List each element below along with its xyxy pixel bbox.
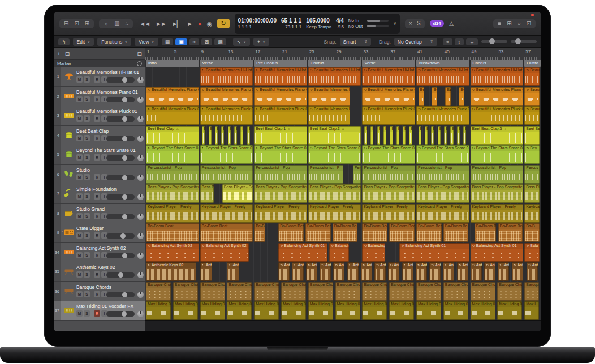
record-enable-button[interactable]: R	[94, 96, 100, 102]
region[interactable]: Bass Player - Pop So	[222, 184, 253, 203]
region[interactable]: B	[419, 126, 421, 145]
waveform-zoom-button[interactable]: ≈	[443, 38, 452, 45]
pan-knob[interactable]	[137, 77, 144, 83]
cycle-button[interactable]: ↻	[217, 19, 229, 28]
track-header-36[interactable]: 36Baroque ChordsMSRI	[54, 282, 145, 302]
region[interactable]: ↻Anthe	[347, 262, 359, 281]
region[interactable]: ↻Anth	[527, 262, 538, 281]
region[interactable]: ↻Anthe	[402, 262, 413, 281]
region[interactable]: ↻Balancing Act	[362, 243, 385, 262]
volume-slider[interactable]	[106, 253, 135, 258]
region[interactable]: Bass Player - Pop Songwriter	[146, 184, 199, 203]
region[interactable]: Max Hiding 01 V	[362, 301, 387, 320]
mute-button[interactable]: M	[76, 213, 83, 219]
region[interactable]: ↻Beautiful Memories Piano 02.2	[362, 87, 415, 106]
region[interactable]: Percussionist - Pop	[471, 165, 524, 184]
solo-button[interactable]: S	[84, 154, 90, 161]
rewind-button[interactable]: ◄◄	[139, 21, 149, 27]
region[interactable]: ↻Anthe	[429, 262, 441, 281]
region[interactable]: Bass Player - Pop Songwriter	[254, 184, 307, 203]
region[interactable]: ↻Beautiful Memories Hi-Hat 03.1	[200, 67, 253, 86]
region[interactable]: Be	[419, 87, 424, 106]
region[interactable]: Beet Beat Clap⌂	[146, 126, 199, 145]
region[interactable]: Bass Player - Pop Songwriter	[308, 184, 361, 203]
solo-button[interactable]: S	[84, 96, 90, 102]
volume-slider[interactable]	[106, 136, 135, 141]
region[interactable]: Bass P	[200, 184, 214, 203]
region[interactable]: Keyboard Player - Freely	[146, 204, 199, 223]
record-enable-button[interactable]: R	[94, 213, 100, 219]
volume-slider[interactable]	[106, 77, 135, 83]
region[interactable]: Baroque Chords	[443, 282, 468, 301]
region[interactable]: Baroque Chords	[416, 282, 441, 301]
pan-knob[interactable]	[137, 155, 144, 161]
mute-button[interactable]: M	[76, 271, 83, 278]
region[interactable]: Bass Player - Pop Songwriter	[416, 184, 469, 203]
mute-button[interactable]: M	[76, 252, 83, 258]
region[interactable]: Baroque Chords	[308, 282, 333, 301]
track-header-config-button[interactable]: ⊟	[137, 51, 142, 57]
region[interactable]: ↻Beautiful Memories Piano 01.1	[200, 87, 253, 106]
region[interactable]: B	[247, 126, 250, 145]
region[interactable]: Keyboa	[524, 204, 540, 223]
region[interactable]: Percus	[353, 165, 361, 184]
region[interactable]: ↻Beyond The Stars Snare 02.2	[362, 145, 415, 164]
region[interactable]: Baroque Chords	[471, 282, 495, 301]
back-arrow-icon[interactable]: ↰	[58, 38, 70, 45]
record-enable-button[interactable]: R	[94, 154, 100, 161]
forward-button[interactable]: ►►	[156, 21, 166, 27]
region[interactable]: Baroque Chords	[281, 282, 306, 301]
region[interactable]: ↻Anthe	[227, 262, 239, 281]
volume-slider[interactable]	[106, 97, 135, 102]
region[interactable]: Percussionist - Pop	[416, 165, 469, 184]
volume-slider[interactable]	[106, 116, 135, 122]
region[interactable]: Bass Pl	[524, 184, 540, 203]
region[interactable]: Bass Player - Pop Songwriter	[362, 184, 415, 203]
region[interactable]: Ba-Boom Beat	[146, 223, 199, 242]
region[interactable]: B	[409, 126, 412, 145]
solo-button[interactable]: S	[84, 115, 90, 122]
record-enable-button[interactable]: R	[94, 193, 100, 200]
region[interactable]: ↻Anthe	[361, 262, 372, 281]
region[interactable]: Ba-Boom Beat	[333, 223, 358, 242]
region[interactable]: ↻Anthe	[484, 262, 495, 281]
region[interactable]: B	[221, 126, 224, 145]
region[interactable]: Ba-Boo	[254, 223, 265, 242]
track-header-4[interactable]: 4Beet Beat ClapMSRI	[54, 126, 145, 146]
solo-button[interactable]: S	[417, 21, 421, 27]
region[interactable]: Percussionist - Pop	[254, 165, 307, 184]
editors-button[interactable]: ≈	[126, 21, 129, 27]
region[interactable]: ↻Anthe	[512, 262, 523, 281]
region[interactable]: B	[450, 126, 453, 145]
region[interactable]: ↻Balancing	[329, 243, 349, 262]
region[interactable]: ↻Beautiful Memories Hi-Hat 03.2	[471, 67, 524, 86]
region[interactable]: Max H	[524, 301, 538, 320]
region[interactable]: Max Hiding 01 V	[254, 301, 279, 320]
mute-button[interactable]: M	[76, 154, 83, 161]
region[interactable]: ↻Beautiful Memories Piano 02	[308, 87, 350, 106]
record-enable-button[interactable]: R	[94, 291, 100, 297]
region[interactable]: Baroque Chords	[173, 282, 198, 301]
region[interactable]: B	[234, 126, 237, 145]
region[interactable]: Keyboard Player - Freely	[308, 204, 361, 223]
region[interactable]: Baroque Chords	[254, 282, 279, 301]
mute-button[interactable]: M	[76, 174, 83, 180]
region[interactable]: Baroque Chords	[200, 282, 225, 301]
region[interactable]: ↻Beauti	[524, 67, 540, 86]
region[interactable]: ↻Anthe	[374, 262, 386, 281]
mute-button[interactable]: M	[76, 135, 83, 141]
region[interactable]: Ba-Boom Beat	[362, 223, 387, 242]
region[interactable]: ↻Beautiful Memories Pluck 01.1	[200, 106, 253, 125]
region[interactable]: ↻Bala	[524, 243, 540, 262]
arrangement-marker[interactable]: Pre Chorus	[254, 60, 307, 67]
region[interactable]: ↻Beautiful Memories Pluck 02.2	[362, 106, 415, 125]
mute-button[interactable]: M	[76, 96, 83, 102]
region[interactable]: ↻Beautiful Memories Piano 01.2	[471, 87, 524, 106]
view-menu[interactable]: View∨	[135, 38, 158, 46]
region[interactable]: Ba-Boom Beat	[389, 223, 415, 242]
region[interactable]: Keyboard Player - Freely	[200, 204, 253, 223]
automation-button[interactable]: ≈	[189, 38, 199, 45]
vertical-auto-zoom-button[interactable]: ↕	[455, 38, 464, 45]
region[interactable]: Baroque Chords	[335, 282, 360, 301]
track-header-37[interactable]: 37Max Hiding 01 Vocoder FXMSRI	[54, 301, 145, 321]
